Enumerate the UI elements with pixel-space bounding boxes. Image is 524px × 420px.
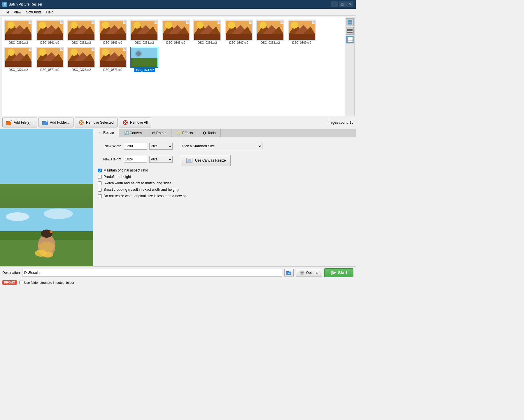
destination-bar: Destination Options [0,266,356,279]
maintain-aspect-ratio-label: Maintain original aspect ratio [104,168,148,172]
svg-point-77 [291,22,298,29]
tab-rotate[interactable]: ↺ Rotate [147,129,171,137]
svg-point-157 [50,230,52,233]
svg-rect-119 [350,22,352,24]
svg-point-61 [228,22,235,29]
remove-selected-icon [78,120,84,125]
width-unit-select[interactable]: Pixel Percent Cm Inch [149,143,173,150]
switch-width-height-label: Switch width and height to match long si… [104,181,171,185]
list-item[interactable]: DSC_0363.cr2 [98,20,127,44]
no-resize-checkbox[interactable] [98,194,102,198]
resize-tab-icon: ↔ [98,130,102,135]
width-label: New Width [98,144,121,148]
list-item[interactable]: DSC_0370.cr2 [4,47,33,72]
remove-selected-button[interactable]: Remove Selected [75,118,118,127]
list-item[interactable]: DSC_0374.cr2 [130,47,159,72]
svg-point-150 [6,212,29,221]
list-item[interactable]: DSC_0362.cr2 [67,20,96,44]
predefined-height-checkbox[interactable] [98,175,102,179]
menu-bar: File View SoftOrbits Help [0,9,356,16]
svg-rect-20 [68,34,94,40]
menu-help[interactable]: Help [44,10,56,15]
app-icon: 🖼 [2,2,7,7]
maintain-aspect-ratio-checkbox[interactable] [98,169,102,172]
svg-rect-113 [131,58,157,67]
tab-resize-label: Resize [103,131,114,135]
tab-rotate-label: Rotate [156,131,167,135]
svg-point-151 [44,209,73,219]
list-view-button[interactable] [346,27,354,35]
svg-rect-60 [226,34,252,40]
options-button[interactable]: Options [296,269,322,276]
svg-rect-4 [5,34,31,40]
add-files-button[interactable]: Add File(s)... [2,118,37,127]
list-item[interactable]: DSC_0366.cr2 [193,20,222,44]
height-unit-select[interactable]: Pixel Percent Cm Inch [149,156,173,163]
tab-effects[interactable]: ✨ Effects [171,129,198,137]
tab-effects-label: Effects [182,131,193,135]
list-item[interactable]: DSC_0373.cr2 [98,47,127,72]
menu-softorbits[interactable]: SoftOrbits [24,10,44,15]
menu-file[interactable]: File [1,10,11,15]
images-count: Images count: 15 [327,120,353,125]
switch-width-height-checkbox[interactable] [98,181,102,185]
smart-cropping-checkbox[interactable] [98,188,102,192]
list-item[interactable]: DSC_0367.cr2 [224,20,253,44]
maximize-button[interactable]: □ [339,1,346,7]
svg-point-29 [102,22,109,29]
list-item[interactable]: DSC_0372.cr2 [67,47,96,72]
svg-rect-130 [349,41,351,42]
list-item[interactable]: DSC_0360.cr2 [4,20,33,44]
svg-point-21 [71,22,78,29]
grid-view-button[interactable] [346,36,354,43]
tab-tools[interactable]: ⚙ Tools [198,129,221,137]
remove-all-icon [122,120,128,125]
svg-point-5 [8,22,15,29]
start-button[interactable]: Start [324,268,353,277]
svg-point-45 [165,22,172,29]
svg-rect-131 [351,41,353,42]
folder-structure-row: Use folder structure in output folder [19,281,74,284]
standard-size-select[interactable]: Pick a Standard Size [181,142,262,150]
add-folder-button[interactable]: Add Folder... [38,118,73,127]
height-input[interactable] [124,156,147,163]
svg-point-85 [8,49,15,56]
destination-browse-button[interactable] [284,269,294,276]
svg-rect-117 [350,20,352,22]
tab-resize[interactable]: ↔ Resize [93,129,119,137]
width-input[interactable] [124,143,147,150]
svg-rect-52 [194,34,220,40]
list-item[interactable]: DSC_0364.cr2 [130,20,159,44]
list-item[interactable]: DSC_0368.cr2 [256,20,285,44]
svg-rect-127 [349,39,351,41]
list-item[interactable]: DSC_0361.cr2 [35,20,64,44]
close-button[interactable]: ✕ [346,1,353,7]
add-files-icon [6,120,12,125]
canvas-resize-button[interactable]: Use Canvas Resize [181,155,231,166]
folder-structure-checkbox[interactable] [19,281,23,284]
convert-tab-icon: 🔄 [124,131,129,135]
svg-rect-100 [68,61,94,67]
svg-point-101 [71,49,78,56]
switch-width-height-row: Switch width and height to match long si… [98,181,351,185]
svg-rect-44 [163,34,189,40]
no-resize-row: Do not resize when original size is less… [98,194,351,198]
destination-input[interactable] [22,269,282,276]
menu-view[interactable]: View [11,10,24,15]
list-item[interactable]: DSC_0365.cr2 [161,20,190,44]
add-files-label: Add File(s)... [14,120,34,125]
tab-convert[interactable]: 🔄 Convert [119,129,147,137]
maintain-aspect-ratio-row: Maintain original aspect ratio [98,168,351,172]
remove-all-button[interactable]: Remove All [119,118,152,127]
settings-panel: ↔ Resize 🔄 Convert ↺ Rotate ✨ Effects ⚙ [93,129,356,266]
add-folder-label: Add Folder... [50,120,70,125]
list-item[interactable]: DSC_0369.cr2 [287,20,316,44]
list-item[interactable]: DSC_0371.cr2 [35,47,64,72]
svg-rect-121 [347,30,353,31]
thumbnail-view-button[interactable] [346,18,354,26]
tab-convert-label: Convert [130,131,142,135]
svg-rect-138 [42,121,45,122]
folder-structure-label: Use folder structure in output folder [24,281,74,284]
svg-rect-161 [187,159,191,162]
minimize-button[interactable]: — [331,1,338,7]
